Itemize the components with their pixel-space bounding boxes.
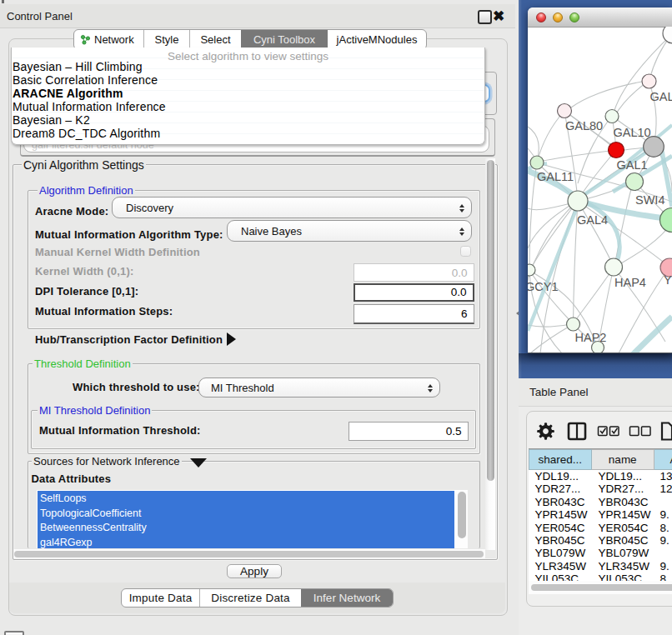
svg-text:YM: YM [664,273,672,287]
svg-text:GAL4: GAL4 [577,213,608,227]
svg-text:HAP4: HAP4 [614,276,646,289]
svg-text:GAL1: GAL1 [617,158,648,172]
svg-text:GCY1: GCY1 [528,280,559,293]
svg-text:GAL11: GAL11 [537,169,574,182]
svg-text:HAP2: HAP2 [575,331,607,344]
svg-text:GAL10: GAL10 [614,125,651,138]
svg-text:GAL80: GAL80 [565,119,603,132]
svg-text:SWI4: SWI4 [635,193,664,207]
svg-text:GAL: GAL [650,90,672,103]
